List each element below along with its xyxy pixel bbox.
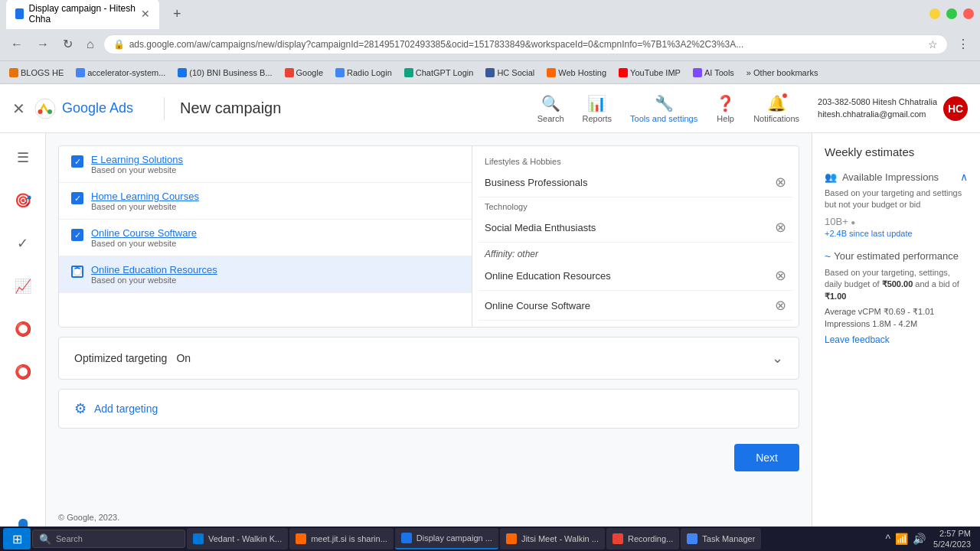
close-button[interactable]	[963, 8, 974, 19]
opt-targeting-chevron[interactable]: ⌄	[772, 350, 783, 367]
sidebar-campaigns-icon[interactable]: 🎯	[8, 185, 38, 216]
taskbar-network-icon[interactable]: 📶	[895, 533, 908, 545]
affinity-checkbox-elearning[interactable]: ✓	[71, 155, 83, 168]
bookmark-youtube[interactable]: YouTube IMP	[614, 67, 685, 79]
affinity-container: ✓ E Learning Solutions Based on your web…	[58, 145, 799, 328]
bookmark-radio[interactable]: Radio Login	[331, 67, 397, 79]
user-area[interactable]: 203-382-5080 Hitesh Chhatralia hitesh.ch…	[818, 96, 968, 121]
leave-feedback-link[interactable]: Leave feedback	[825, 334, 968, 345]
available-impressions-section: 👥 Available Impressions ∧ Based on your …	[825, 171, 968, 238]
taskbar-item-display[interactable]: Display campaign ...	[395, 528, 498, 549]
sidebar-check-icon[interactable]: ✓	[8, 228, 38, 259]
bookmark-webhosting[interactable]: Web Hosting	[542, 67, 611, 79]
nav-search-label: Search	[537, 114, 564, 123]
next-button[interactable]: Next	[734, 444, 799, 471]
sidebar-circle1-icon[interactable]: ⭕	[8, 314, 38, 344]
selected-item-online-course-sw: Online Course Software ⊗	[479, 291, 792, 321]
taskbar-date: 5/24/2023	[933, 539, 971, 549]
nav-help[interactable]: ❓ Help	[716, 94, 735, 123]
affinity-checkbox-onlineeducation[interactable]	[71, 266, 83, 278]
sidebar-analytics-icon[interactable]: 📈	[8, 271, 38, 302]
taskbar-item-jitsi[interactable]: Jitsi Meet - Walkin ...	[500, 528, 605, 549]
svg-point-2	[38, 109, 43, 114]
new-tab-button[interactable]: +	[165, 2, 189, 27]
remove-business-professionals[interactable]: ⊗	[775, 174, 786, 191]
available-impressions-expand[interactable]: ∧	[960, 171, 968, 183]
taskbar-search[interactable]: 🔍 Search	[32, 530, 185, 548]
taskbar-favicon-vedant	[193, 533, 204, 544]
sidebar-menu-icon[interactable]: ☰	[8, 142, 38, 173]
user-avatar[interactable]: HC	[943, 96, 968, 121]
nav-reports[interactable]: 📊 Reports	[583, 94, 612, 123]
affinity-checkbox-homelearning[interactable]: ✓	[71, 192, 83, 204]
taskbar-favicon-display	[401, 533, 412, 543]
address-bar[interactable]: 🔒 ads.google.com/aw/campaigns/new/displa…	[103, 34, 948, 54]
category-lifestyles: Lifestyles & Hobbies	[479, 152, 792, 168]
optimized-targeting-header[interactable]: Optimized targeting On ⌄	[59, 337, 799, 379]
tab-close-button[interactable]: ✕	[141, 8, 150, 20]
bookmark-bni[interactable]: (10) BNI Business B...	[173, 67, 276, 79]
google-ads-logo-icon	[34, 98, 56, 119]
taskbar-label-jitsi: Jitsi Meet - Walkin ...	[521, 534, 599, 543]
reports-icon: 📊	[587, 94, 606, 112]
nav-notifications[interactable]: 🔔 Notifications	[753, 94, 799, 123]
taskbar-clock[interactable]: 2:57 PM 5/24/2023	[933, 528, 971, 550]
bookmark-accelerator[interactable]: accelerator-system...	[71, 67, 170, 79]
nav-help-label: Help	[717, 114, 734, 123]
taskbar-item-taskmanager[interactable]: Task Manager	[681, 528, 761, 549]
home-button[interactable]: ⌂	[82, 34, 99, 54]
affinity-name-onlinecourse[interactable]: Online Course Software	[91, 227, 197, 239]
taskbar-item-recording[interactable]: Recording...	[606, 528, 679, 549]
selected-item-name-ocs: Online Course Software	[485, 300, 590, 311]
browser-tab[interactable]: Display campaign - Hitesh Chha ✕	[6, 0, 159, 29]
bookmark-icon[interactable]: ☆	[928, 38, 938, 51]
user-initials: HC	[948, 103, 963, 115]
nav-tools-label: Tools and settings	[630, 114, 697, 123]
bookmark-blogs[interactable]: BLOGS HE	[5, 67, 68, 79]
remove-online-education[interactable]: ⊗	[775, 267, 786, 284]
bookmark-aitools[interactable]: AI Tools	[688, 67, 739, 79]
taskbar-sound-icon[interactable]: 🔊	[913, 533, 926, 545]
add-targeting-card[interactable]: ⚙ Add targeting	[58, 389, 799, 429]
ads-close-button[interactable]: ✕	[12, 99, 25, 118]
sidebar-circle2-icon[interactable]: ⭕	[8, 357, 38, 387]
affinity-item-onlineeducation[interactable]: Online Education Resources Based on your…	[59, 256, 472, 293]
ads-header-right: 🔍 Search 📊 Reports 🔧 Tools and settings …	[537, 94, 968, 123]
taskbar: ⊞ 🔍 Search Vedant - Walkin K... meet.jit…	[0, 527, 980, 551]
affinity-checkbox-onlinecourse[interactable]: ✓	[71, 229, 83, 241]
bookmark-chatgpt[interactable]: ChatGPT Login	[400, 67, 479, 79]
back-button[interactable]: ←	[6, 34, 28, 54]
affinity-item-elearning[interactable]: ✓ E Learning Solutions Based on your web…	[59, 146, 472, 183]
affinity-item-onlinecourse[interactable]: ✓ Online Course Software Based on your w…	[59, 220, 472, 256]
available-impressions-title: 👥 Available Impressions	[825, 171, 939, 183]
refresh-button[interactable]: ↻	[58, 34, 77, 54]
impressions-value: 10B+ ●	[825, 216, 968, 227]
taskbar-item-meetjit[interactable]: meet.jit.si is sharin...	[289, 528, 394, 549]
bookmark-other[interactable]: » Other bookmarks	[742, 67, 823, 79]
remove-social-media[interactable]: ⊗	[775, 219, 786, 236]
affinity-name-elearning[interactable]: E Learning Solutions	[91, 154, 183, 165]
affinity-name-homelearning[interactable]: Home Learning Courses	[91, 191, 199, 202]
minimize-button[interactable]	[929, 8, 940, 19]
remove-online-course-sw[interactable]: ⊗	[775, 297, 786, 314]
nav-search[interactable]: 🔍 Search	[537, 94, 564, 123]
affinity-sub-elearning: Based on your website	[91, 165, 183, 174]
nav-tools[interactable]: 🔧 Tools and settings	[630, 94, 697, 123]
extensions-button[interactable]: ⋮	[952, 34, 974, 54]
forward-button[interactable]: →	[32, 34, 54, 54]
bookmark-hcsocial[interactable]: HC Social	[481, 67, 539, 79]
tab-title: Display campaign - Hitesh Chha	[28, 3, 136, 24]
affinity-item-homelearning[interactable]: ✓ Home Learning Courses Based on your we…	[59, 183, 472, 220]
perf-vcpm-value: ₹0.69 - ₹1.01	[884, 307, 935, 316]
selected-item-business-professionals: Business Professionals ⊗	[479, 168, 792, 197]
bookmark-google[interactable]: Google	[280, 67, 328, 79]
tools-icon: 🔧	[655, 94, 674, 112]
taskbar-item-vedant[interactable]: Vedant - Walkin K...	[187, 528, 288, 549]
maximize-button[interactable]	[946, 8, 957, 19]
taskbar-arrow-icon[interactable]: ^	[885, 533, 890, 545]
affinity-name-onlineeducation[interactable]: Online Education Resources	[91, 264, 217, 276]
nav-notifications-label: Notifications	[753, 114, 799, 123]
start-button[interactable]: ⊞	[3, 528, 31, 549]
weekly-estimates-panel: Weekly estimates 👥 Available Impressions…	[812, 133, 980, 551]
taskbar-right: ^ 📶 🔊 2:57 PM 5/24/2023	[885, 528, 977, 550]
